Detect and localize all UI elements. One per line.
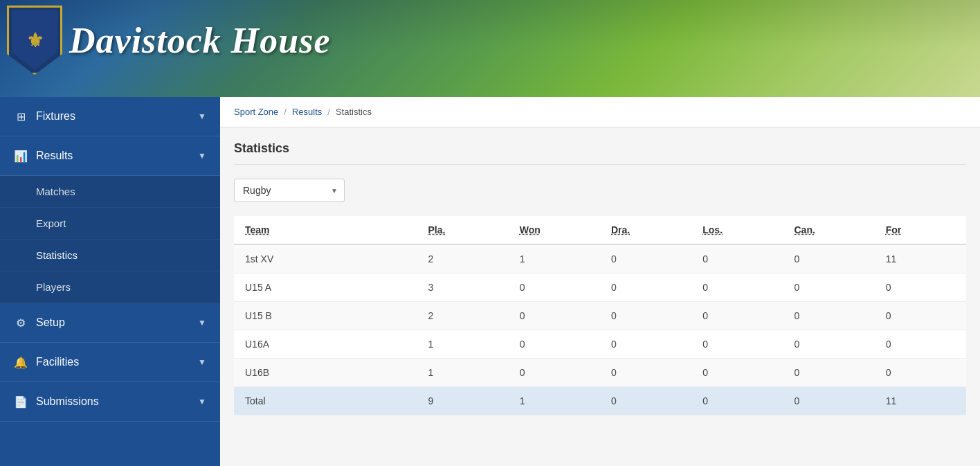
sport-select[interactable]: Rugby Cricket Soccer Tennis Basketball bbox=[234, 179, 345, 202]
sidebar-label-submissions: Submissions bbox=[36, 395, 99, 408]
cell-won: 0 bbox=[509, 302, 600, 330]
col-header-for[interactable]: For bbox=[875, 216, 966, 244]
col-header-team[interactable]: Team bbox=[234, 216, 417, 244]
breadcrumb: Sport Zone / Results / Statistics bbox=[220, 97, 980, 127]
sport-select-wrapper: Rugby Cricket Soccer Tennis Basketball bbox=[234, 179, 966, 202]
sidebar-subitem-matches[interactable]: Matches bbox=[0, 176, 220, 208]
chevron-icon: ▼ bbox=[198, 111, 206, 121]
cell-pla: 3 bbox=[417, 274, 509, 302]
sidebar-label-fixtures: Fixtures bbox=[36, 110, 75, 123]
col-header-won[interactable]: Won bbox=[509, 216, 600, 244]
cell-won: 0 bbox=[509, 274, 600, 302]
sidebar-item-setup[interactable]: ⚙ Setup ▼ bbox=[0, 303, 220, 343]
sidebar-label-results: Results bbox=[36, 150, 73, 162]
table-row: U15 A300000 bbox=[234, 274, 966, 302]
cell-won: 1 bbox=[509, 387, 600, 415]
cell-can: 0 bbox=[783, 274, 875, 302]
sidebar-item-submissions[interactable]: 📄 Submissions ▼ bbox=[0, 382, 220, 422]
cell-dra: 0 bbox=[600, 330, 691, 359]
cell-for: 0 bbox=[875, 330, 966, 359]
col-header-dra[interactable]: Dra. bbox=[600, 216, 691, 244]
sidebar-subitem-players[interactable]: Players bbox=[0, 271, 220, 303]
content-area: Sport Zone / Results / Statistics Statis… bbox=[220, 97, 980, 466]
cell-pla: 9 bbox=[417, 387, 509, 415]
cell-team: U16B bbox=[234, 359, 417, 387]
chevron-submissions-icon: ▼ bbox=[198, 397, 206, 406]
col-header-pla[interactable]: Pla. bbox=[417, 216, 509, 244]
cell-team: U15 B bbox=[234, 302, 417, 330]
cell-for: 0 bbox=[875, 302, 966, 330]
cell-won: 0 bbox=[509, 359, 600, 387]
table-row: U16A100000 bbox=[234, 330, 966, 359]
sidebar-subitem-statistics[interactable]: Statistics bbox=[0, 240, 220, 271]
cell-los: 0 bbox=[691, 359, 783, 387]
cell-can: 0 bbox=[783, 244, 875, 274]
cell-pla: 2 bbox=[417, 302, 509, 330]
bar-chart-icon: 📊 bbox=[14, 149, 28, 163]
cell-team: U16A bbox=[234, 330, 417, 359]
cell-los: 0 bbox=[691, 244, 783, 274]
sidebar-label-facilities: Facilities bbox=[36, 356, 79, 368]
sidebar-label-setup: Setup bbox=[36, 316, 65, 329]
breadcrumb-current: Statistics bbox=[336, 107, 372, 117]
main-layout: ⊞ Fixtures ▼ 📊 Results ▼ Matches Export … bbox=[0, 97, 980, 466]
cell-team: 1st XV bbox=[234, 244, 417, 274]
cell-dra: 0 bbox=[600, 359, 691, 387]
header-banner: ⚜ Davistock House bbox=[0, 0, 980, 97]
header-logo: ⚜ Davistock House bbox=[7, 6, 331, 75]
logo-shield: ⚜ bbox=[7, 6, 62, 75]
statistics-label: Statistics bbox=[36, 249, 78, 261]
cell-can: 0 bbox=[783, 387, 875, 415]
cell-dra: 0 bbox=[600, 274, 691, 302]
sidebar-item-facilities[interactable]: 🔔 Facilities ▼ bbox=[0, 343, 220, 382]
breadcrumb-results[interactable]: Results bbox=[292, 107, 322, 117]
cell-los: 0 bbox=[691, 387, 783, 415]
cell-pla: 1 bbox=[417, 330, 509, 359]
cell-for: 0 bbox=[875, 274, 966, 302]
logo-icon: ⚜ bbox=[26, 29, 44, 52]
cell-dra: 0 bbox=[600, 387, 691, 415]
table-row: U16B100000 bbox=[234, 359, 966, 387]
sidebar-item-fixtures[interactable]: ⊞ Fixtures ▼ bbox=[0, 97, 220, 136]
chevron-facilities-icon: ▼ bbox=[198, 357, 206, 367]
site-title: Davistock House bbox=[69, 20, 331, 61]
cell-pla: 2 bbox=[417, 244, 509, 274]
breadcrumb-sep-2: / bbox=[327, 107, 330, 117]
gear-icon: ⚙ bbox=[14, 316, 28, 330]
table-row: U15 B200000 bbox=[234, 302, 966, 330]
breadcrumb-sep-1: / bbox=[284, 107, 287, 117]
breadcrumb-sport-zone[interactable]: Sport Zone bbox=[234, 107, 278, 117]
cell-won: 0 bbox=[509, 330, 600, 359]
cell-for: 0 bbox=[875, 359, 966, 387]
cell-team: U15 A bbox=[234, 274, 417, 302]
cell-los: 0 bbox=[691, 330, 783, 359]
cell-los: 0 bbox=[691, 274, 783, 302]
content-inner: Statistics Rugby Cricket Soccer Tennis B… bbox=[220, 127, 980, 429]
cell-can: 0 bbox=[783, 302, 875, 330]
cell-dra: 0 bbox=[600, 302, 691, 330]
cell-can: 0 bbox=[783, 359, 875, 387]
cell-won: 1 bbox=[509, 244, 600, 274]
file-icon: 📄 bbox=[14, 395, 28, 409]
chevron-down-icon: ▼ bbox=[198, 151, 206, 161]
cell-can: 0 bbox=[783, 330, 875, 359]
chevron-right-icon: ▼ bbox=[198, 318, 206, 328]
cell-for: 11 bbox=[875, 387, 966, 415]
section-title: Statistics bbox=[234, 141, 966, 165]
cell-pla: 1 bbox=[417, 359, 509, 387]
players-label: Players bbox=[36, 281, 71, 293]
sidebar-item-results[interactable]: 📊 Results ▼ bbox=[0, 136, 220, 176]
sidebar: ⊞ Fixtures ▼ 📊 Results ▼ Matches Export … bbox=[0, 97, 220, 466]
table-row: Total9100011 bbox=[234, 387, 966, 415]
col-header-can[interactable]: Can. bbox=[783, 216, 875, 244]
table-header-row: Team Pla. Won Dra. Los. Can. For bbox=[234, 216, 966, 244]
export-label: Export bbox=[36, 217, 66, 229]
sport-select-container: Rugby Cricket Soccer Tennis Basketball bbox=[234, 179, 345, 202]
matches-label: Matches bbox=[36, 186, 75, 197]
col-header-los[interactable]: Los. bbox=[691, 216, 783, 244]
statistics-table: Team Pla. Won Dra. Los. Can. For 1st XV2… bbox=[234, 216, 966, 415]
cell-los: 0 bbox=[691, 302, 783, 330]
grid-icon: ⊞ bbox=[14, 109, 28, 123]
bell-icon: 🔔 bbox=[14, 355, 28, 369]
sidebar-subitem-export[interactable]: Export bbox=[0, 208, 220, 240]
